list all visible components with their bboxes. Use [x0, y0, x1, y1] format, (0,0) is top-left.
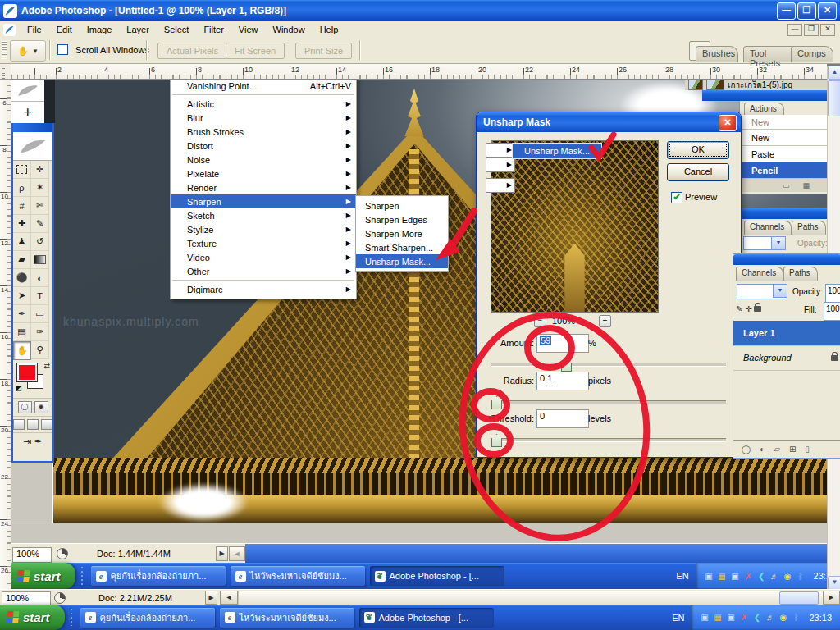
actions-item-partial[interactable]: New: [740, 115, 827, 130]
menu-item-pixelate[interactable]: Pixelate▶: [171, 167, 356, 180]
new-layer-icon[interactable]: ⊞: [789, 445, 796, 454]
menubar-item-filter[interactable]: Filter: [196, 22, 231, 37]
layers-palette-titlebar[interactable]: [733, 254, 840, 265]
eyedropper-tool-icon[interactable]: ✑: [31, 323, 49, 341]
menu-item-digimarc[interactable]: Digimarc▶: [171, 282, 356, 296]
start-button[interactable]: start: [0, 605, 65, 630]
toolbox-titlebar[interactable]: [13, 123, 52, 132]
network-icon[interactable]: ▣: [704, 571, 714, 582]
path-selection-tool-icon[interactable]: ➤: [13, 287, 31, 305]
lock-icons[interactable]: ✎ ✛: [736, 304, 761, 313]
vertical-scroll-thumb[interactable]: [828, 80, 840, 116]
menubar-item-select[interactable]: Select: [157, 22, 197, 37]
pen-tool-icon[interactable]: ✒: [13, 305, 31, 323]
menu-item-stylize[interactable]: Stylize▶: [171, 222, 356, 236]
menu-item-blur[interactable]: Blur▶: [171, 111, 356, 125]
close-icon[interactable]: ✕: [818, 2, 837, 20]
dialog-titlebar[interactable]: Unsharp Mask: [477, 112, 741, 132]
task-button-2[interactable]: eไหว้พระมหาเจดีย์ชัยมง...: [220, 608, 354, 628]
language-indicator[interactable]: EN: [669, 571, 695, 581]
history-brush-tool-icon[interactable]: ↺: [31, 233, 49, 251]
amount-field[interactable]: 59: [536, 334, 589, 353]
restore-icon[interactable]: ❐: [797, 2, 816, 20]
opacity-value[interactable]: 100%: [825, 284, 840, 303]
menubar-item-layer[interactable]: Layer: [119, 22, 157, 37]
fullscreen-icon[interactable]: [41, 419, 52, 430]
network-offline-icon[interactable]: ✗: [743, 571, 754, 582]
preview-checkbox[interactable]: ✔: [671, 192, 682, 203]
dropdown-arrow-icon[interactable]: ▼: [773, 284, 788, 298]
doc-minimize-icon[interactable]: —: [788, 24, 802, 36]
display-settings-icon[interactable]: ▦: [717, 571, 728, 582]
foreground-color-swatch[interactable]: [17, 363, 37, 381]
zoom-out-button[interactable]: −: [534, 315, 546, 327]
actions-record-icon[interactable]: ▦: [803, 181, 810, 189]
menubar-item-file[interactable]: File: [20, 22, 49, 37]
menubar-item-edit[interactable]: Edit: [49, 22, 80, 37]
horizontal-scroll-track[interactable]: [238, 591, 824, 605]
crop-tool-icon[interactable]: #: [13, 197, 31, 215]
menu-item-other[interactable]: Other▶: [171, 264, 356, 278]
tab-paths[interactable]: Paths: [783, 267, 818, 281]
type-tool-icon[interactable]: T: [31, 287, 49, 305]
scroll-all-windows-option[interactable]: Scroll All Windows: [57, 44, 149, 55]
dodge-tool-icon[interactable]: ◐: [31, 269, 49, 287]
delete-layer-icon[interactable]: ▯: [805, 445, 810, 454]
volume-icon[interactable]: ♬: [769, 571, 780, 582]
menu-item-texture[interactable]: Texture▶: [171, 236, 356, 250]
menubar-item-image[interactable]: Image: [80, 22, 120, 37]
options-grip[interactable]: [2, 41, 7, 59]
hscroll-left-icon[interactable]: ◄: [220, 591, 238, 605]
gradient-tool-icon[interactable]: [31, 251, 49, 269]
doc-close-icon[interactable]: ✕: [820, 24, 835, 36]
submenu-item-sharpen-edges[interactable]: Sharpen Edges: [356, 212, 448, 226]
fill-value[interactable]: 100%: [824, 302, 840, 321]
amount-slider-thumb[interactable]: [561, 358, 572, 372]
scroll-up-icon[interactable]: ▲: [828, 66, 840, 80]
volume-icon[interactable]: ♬: [765, 612, 775, 623]
tab-paths[interactable]: Paths: [792, 221, 826, 235]
bluetooth-icon[interactable]: ᛒ: [796, 571, 806, 582]
radius-slider-thumb[interactable]: [491, 396, 502, 409]
network2-icon[interactable]: ▣: [730, 571, 741, 582]
menu-item-artistic[interactable]: Artistic▶: [171, 97, 356, 111]
brush-tool-icon[interactable]: ✎: [31, 215, 49, 233]
menu-item-sketch[interactable]: Sketch▶: [171, 208, 356, 222]
messenger-icon[interactable]: ❮: [756, 571, 767, 582]
scroll-down-icon[interactable]: ▼: [828, 576, 840, 590]
wireless-icon[interactable]: ◉: [778, 612, 788, 623]
minimize-icon[interactable]: —: [777, 2, 796, 20]
zoom-in-button[interactable]: +: [599, 315, 611, 327]
imageready-feather-icon[interactable]: ✒: [34, 436, 43, 447]
dialog-preview-image[interactable]: [491, 140, 659, 313]
start-button[interactable]: start: [11, 563, 75, 589]
menubar-item-view[interactable]: View: [231, 22, 266, 37]
layer-style-icon[interactable]: ◯: [742, 445, 751, 454]
network-icon[interactable]: ▣: [699, 612, 710, 623]
dropdown-arrow-icon[interactable]: ▼: [771, 236, 786, 250]
jump-to-imageready-icon[interactable]: ⇥: [23, 436, 31, 447]
blur-tool-icon[interactable]: ⚫: [13, 269, 31, 287]
actions-stop-icon[interactable]: ▭: [783, 181, 790, 189]
slice-tool-icon[interactable]: ✄: [31, 197, 49, 215]
dialog-close-icon[interactable]: ✕: [719, 115, 737, 131]
hscroll-right-icon[interactable]: ►: [823, 591, 840, 605]
threshold-slider-thumb[interactable]: [491, 434, 502, 447]
quick-mask-mode-icon[interactable]: ◉: [34, 401, 48, 413]
notes-tool-icon[interactable]: ▤: [13, 323, 31, 341]
tab-channels[interactable]: Channels: [736, 267, 783, 281]
scroll-all-windows-checkbox[interactable]: [57, 44, 68, 55]
shape-tool-icon[interactable]: ▭: [31, 305, 49, 323]
display-settings-icon[interactable]: ▦: [712, 612, 723, 623]
network2-icon[interactable]: ▣: [725, 612, 736, 623]
standard-screen-icon[interactable]: [13, 419, 25, 430]
lasso-tool-icon[interactable]: ρ: [13, 179, 31, 197]
clone-stamp-tool-icon[interactable]: ♟: [13, 233, 31, 251]
doc-restore-icon[interactable]: ❐: [804, 24, 819, 36]
radius-slider-track[interactable]: [491, 400, 726, 404]
layer-row-background[interactable]: Background: [733, 345, 840, 371]
move-tool-icon[interactable]: ✛: [31, 161, 49, 179]
fit-screen-button[interactable]: Fit Screen: [226, 43, 285, 59]
inner-zoom-field[interactable]: 100%: [12, 547, 52, 563]
menubar-item-help[interactable]: Help: [313, 22, 346, 37]
